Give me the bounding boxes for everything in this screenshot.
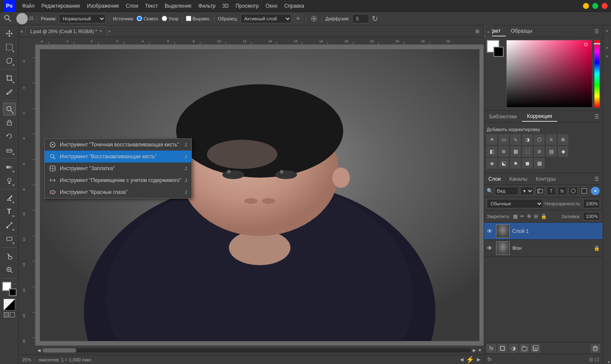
threshold-icon[interactable]: ◆ [558, 146, 568, 157]
menu-select[interactable]: Выделение [161, 1, 195, 11]
brush-tool-button[interactable]: ▶ [3, 13, 14, 24]
lasso-tool[interactable]: ▶ [3, 54, 16, 67]
layer-filter-btn-4[interactable] [569, 187, 578, 195]
color-lookup-icon[interactable]: ⬚ [522, 146, 533, 157]
align-checkbox[interactable]: Выравн. [186, 16, 210, 21]
solid-color-icon[interactable]: ■ [510, 158, 521, 168]
menu-3d[interactable]: 3D [219, 1, 232, 11]
layer-name-0[interactable]: Слой 1 [512, 228, 600, 234]
gradient-tool[interactable]: ▶ [3, 161, 16, 174]
layer-filter-btn-1[interactable] [535, 187, 545, 195]
swap-colors-icon[interactable]: ↔ [13, 282, 17, 286]
channels-tab[interactable]: Каналы [505, 174, 532, 184]
scroll-right-button[interactable]: ▶ [473, 348, 476, 353]
selection-tool[interactable]: ▶ [3, 41, 16, 53]
layer-filter-btn-2[interactable]: T [547, 187, 556, 195]
new-adjustment-button[interactable]: ◑ [509, 344, 518, 353]
gradient-map-icon[interactable]: ⬕ [499, 158, 509, 168]
lock-transparency-icon[interactable]: ▩ [513, 213, 518, 219]
source-sample-radio[interactable]: Семпл. [137, 16, 159, 21]
menu-image[interactable]: Изображение [84, 1, 123, 11]
bottom-icon-2[interactable]: ◻ [595, 356, 599, 362]
scrollbar-thumb-h[interactable] [42, 348, 76, 353]
fullscreen-button[interactable] [10, 312, 15, 317]
opacity-input[interactable] [583, 199, 600, 208]
tab-close-button[interactable]: × [100, 29, 102, 34]
scroll-down-button[interactable]: ▼ [478, 348, 482, 353]
color-field[interactable] [506, 40, 592, 108]
invert-icon[interactable]: ⊘ [534, 146, 544, 157]
rectangle-tool[interactable]: ▶ [3, 232, 16, 245]
hsl-icon[interactable]: ≡ [546, 134, 556, 145]
document-tab[interactable]: 1.psd @ 25% (Слой 1, RGB/8) * × [25, 26, 107, 36]
layers-filter-type[interactable]: ▼ [520, 187, 534, 195]
background-swatch[interactable] [493, 47, 504, 57]
history-brush-tool[interactable] [3, 130, 16, 143]
context-menu-item-0[interactable]: Инструмент "Точечная восстанавливающая к… [45, 139, 191, 151]
menu-window[interactable]: Окно [262, 1, 281, 11]
lock-position-icon[interactable]: ✙ [527, 213, 531, 219]
layer-filter-btn-5[interactable] [580, 187, 589, 195]
status-menu-button[interactable]: ▶ [477, 357, 480, 362]
channel-mixer-icon[interactable]: ▦ [510, 146, 521, 157]
sample-options-button[interactable]: ⚙ [294, 14, 303, 23]
context-menu-item-1[interactable]: Инструмент "Восстанавливающая кисть" J [45, 151, 191, 162]
brightness-contrast-icon[interactable]: ☀ [487, 134, 497, 145]
menu-file[interactable]: Файл [19, 1, 38, 11]
color-balance-icon[interactable]: ⊕ [558, 134, 568, 145]
layers-filter-input[interactable]: Вид [495, 187, 519, 195]
collapse-panel-button[interactable]: « [20, 28, 23, 34]
fill-input[interactable] [583, 212, 600, 221]
horizontal-scrollbar[interactable]: ◀ ▶ ▼ [36, 345, 484, 355]
minimize-button[interactable] [583, 3, 589, 9]
menu-edit[interactable]: Редактирование [38, 1, 84, 11]
foreground-background-colors[interactable]: ↔ [2, 282, 17, 296]
menu-layers[interactable]: Слои [123, 1, 142, 11]
sample-select[interactable]: Активный слой [241, 14, 291, 23]
arrange-documents-button[interactable]: ⊞ [473, 28, 482, 34]
dodge-tool[interactable]: ▶ [3, 174, 16, 187]
mode-select[interactable]: Нормальный [59, 14, 106, 23]
layer-visibility-1[interactable]: 👁 [487, 245, 493, 252]
new-layer-button[interactable] [531, 344, 540, 353]
bottom-icon-1[interactable]: ◎ [589, 356, 593, 362]
right-strip-btn-3[interactable]: » [604, 53, 611, 59]
scrollbar-track-h[interactable] [42, 348, 471, 353]
right-strip-btn-2[interactable]: » [604, 44, 611, 51]
selective-color-icon[interactable]: ◈ [487, 158, 497, 168]
lock-all-icon[interactable]: 🔒 [541, 213, 547, 219]
panel-collapse-button[interactable]: » [485, 25, 492, 38]
tab-expand-button[interactable]: » [109, 29, 111, 34]
pattern-fill-icon[interactable]: ▩ [534, 158, 544, 168]
new-group-button[interactable] [520, 344, 529, 353]
close-button[interactable] [602, 3, 608, 9]
layer-style-button[interactable]: fx [487, 344, 496, 353]
color-gradient-field[interactable] [506, 40, 592, 108]
layer-item-1[interactable]: 👁 Фон 🔒 [484, 240, 603, 257]
menu-view[interactable]: Просмотр [232, 1, 262, 11]
curves-icon[interactable]: ∿ [510, 134, 521, 145]
bw-icon[interactable]: ◧ [487, 146, 497, 157]
vibrance-icon[interactable]: ⬡ [534, 134, 544, 145]
correction-panel-menu[interactable]: ☰ [591, 112, 603, 121]
move-tool[interactable] [3, 27, 16, 40]
stamp-tool[interactable] [3, 116, 16, 129]
eyedropper-tool[interactable] [3, 85, 16, 98]
context-menu-item-4[interactable]: Инструмент "Красные глаза" J [45, 186, 191, 198]
scroll-left-button[interactable]: ◀ [37, 348, 41, 353]
samples-tab[interactable]: Образцы [506, 26, 537, 36]
eraser-tool[interactable]: ▶ [3, 143, 16, 156]
source-pattern-radio[interactable]: Узор [162, 16, 179, 21]
rotate-icon[interactable]: ↻ [372, 14, 378, 23]
forward-button[interactable]: ◀ [460, 357, 463, 362]
layers-panel-menu[interactable]: ☰ [591, 174, 603, 184]
menu-filter[interactable]: Фильтр [195, 1, 219, 11]
menu-text[interactable]: Текст [142, 1, 161, 11]
context-menu-item-3[interactable]: Инструмент "Перемещение с учетом содержи… [45, 174, 191, 186]
blend-mode-select[interactable]: Обычные [487, 199, 543, 208]
color-panel-menu-button[interactable]: ☰ [591, 27, 603, 36]
layer-item-0[interactable]: 👁 Слой 1 [484, 223, 603, 240]
gradient-fill-icon[interactable]: ◼ [522, 158, 533, 168]
hue-slider[interactable] [594, 40, 600, 108]
layer-filter-toggle[interactable]: ● [591, 187, 600, 195]
